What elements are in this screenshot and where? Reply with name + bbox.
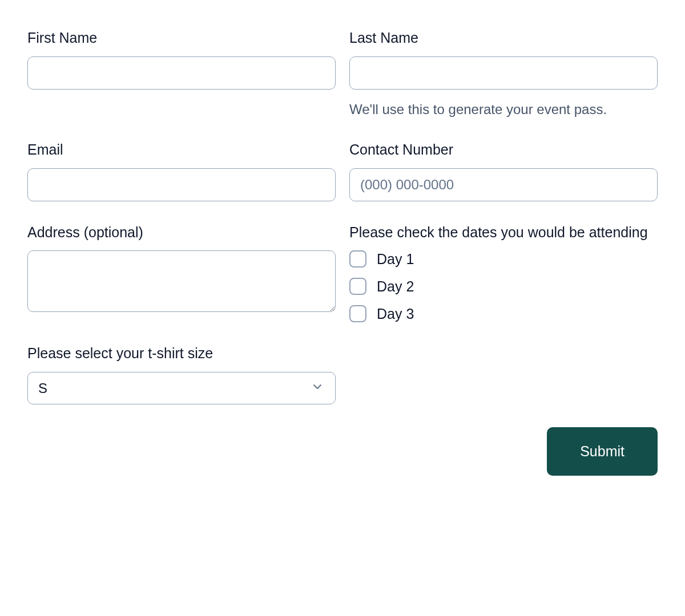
dates-label: Please check the dates you would be atte… [349, 223, 658, 242]
event-registration-form: First Name Last Name We'll use this to g… [27, 29, 658, 476]
shirt-select[interactable]: S [27, 372, 336, 404]
address-field: Address (optional) [27, 223, 336, 323]
address-label: Address (optional) [27, 223, 336, 242]
submit-button[interactable]: Submit [547, 427, 658, 476]
shirt-select-wrap: S [27, 372, 336, 404]
dates-checkbox-group: Day 1 Day 2 Day 3 [349, 250, 658, 322]
dates-checkbox-day3[interactable] [349, 305, 366, 322]
email-label: Email [27, 140, 336, 159]
last-name-label: Last Name [349, 29, 658, 47]
phone-field: Contact Number [349, 140, 658, 201]
first-name-field: First Name [27, 29, 336, 119]
phone-label: Contact Number [349, 140, 658, 159]
dates-option-label: Day 2 [377, 278, 414, 295]
email-field: Email [27, 140, 336, 201]
dates-checkbox-day1[interactable] [349, 250, 366, 268]
dates-option-label: Day 3 [377, 306, 414, 322]
email-input[interactable] [27, 168, 336, 201]
last-name-help: We'll use this to generate your event pa… [349, 100, 658, 119]
shirt-label: Please select your t-shirt size [27, 344, 336, 363]
form-actions: Submit [27, 427, 658, 476]
first-name-input[interactable] [27, 56, 336, 90]
dates-field: Please check the dates you would be atte… [349, 223, 658, 323]
dates-option-label: Day 1 [377, 251, 414, 268]
dates-checkbox-day2[interactable] [349, 278, 366, 295]
shirt-field: Please select your t-shirt size S [27, 344, 336, 404]
last-name-field: Last Name We'll use this to generate you… [349, 29, 658, 119]
phone-input[interactable] [349, 168, 658, 201]
address-input[interactable] [27, 250, 336, 312]
dates-option-day1[interactable]: Day 1 [349, 250, 658, 268]
first-name-label: First Name [27, 29, 336, 47]
dates-option-day2[interactable]: Day 2 [349, 278, 658, 295]
last-name-input[interactable] [349, 56, 658, 90]
dates-option-day3[interactable]: Day 3 [349, 305, 658, 322]
